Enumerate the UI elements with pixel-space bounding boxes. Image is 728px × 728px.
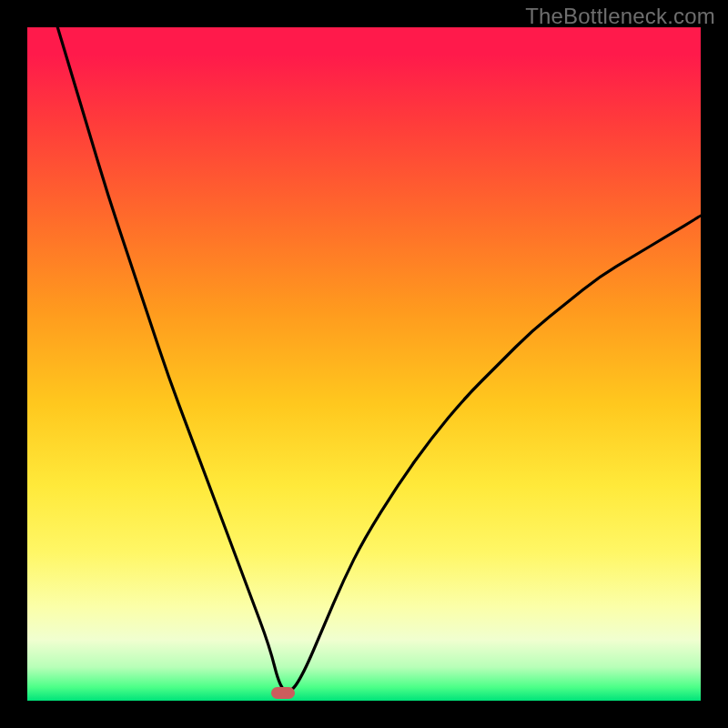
bottleneck-curve [27,27,701,701]
plot-area [27,27,701,701]
chart-frame: TheBottleneck.com [0,0,728,728]
watermark-text: TheBottleneck.com [525,4,715,29]
minimum-marker [271,687,295,699]
